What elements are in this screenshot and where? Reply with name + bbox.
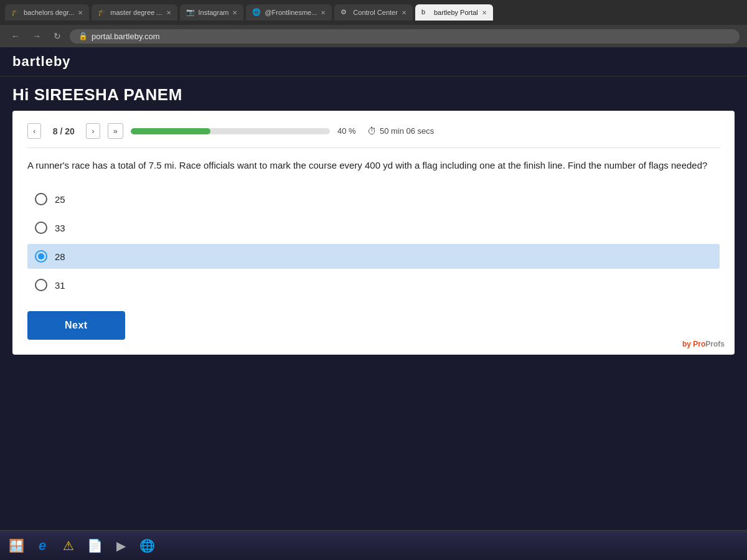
reload-button[interactable]: ↻ (50, 30, 65, 42)
branding-prefix: by (682, 340, 693, 348)
taskbar-caution-icon[interactable]: ⚠ (57, 534, 80, 557)
tab-favicon: b (421, 8, 430, 17)
user-banner: Hi SIREESHA PANEM (0, 77, 747, 111)
tab-control-center[interactable]: ⚙ Control Center ✕ (334, 4, 413, 21)
greeting-text: Hi SIREESHA PANEM (12, 85, 735, 105)
tab-close-icon[interactable]: ✕ (232, 9, 237, 16)
radio-3[interactable] (35, 250, 47, 263)
tab-close-icon[interactable]: ✕ (402, 9, 406, 16)
address-bar-row: ← → ↻ 🔒 portal.bartleby.com (0, 25, 747, 47)
proprofs-branding: by ProProfs (682, 340, 725, 348)
question-text: A runner's race has a total of 7.5 mi. R… (27, 158, 720, 173)
site-header: bartleby (0, 47, 747, 77)
tab-close-icon[interactable]: ✕ (78, 9, 83, 16)
answer-option-2[interactable]: 33 (27, 215, 720, 240)
bartleby-logo: bartleby (12, 54, 735, 70)
answer-option-1[interactable]: 25 (27, 187, 720, 212)
forward-button[interactable]: → (29, 30, 45, 42)
tab-instagram[interactable]: 📷 Instagram ✕ (180, 4, 244, 21)
tab-close-icon[interactable]: ✕ (482, 9, 487, 16)
browser-tab-bar: 🎓 bachelors degr... ✕ 🎓 master degree ..… (0, 0, 747, 25)
taskbar-file-icon[interactable]: 📄 (83, 534, 106, 557)
taskbar: 🪟 e ⚠ 📄 ▶ 🌐 (0, 530, 747, 560)
prev-question-button[interactable]: ‹ (27, 123, 41, 139)
address-bar[interactable]: 🔒 portal.bartleby.com (70, 29, 740, 44)
proprofs-name2: Profs (705, 340, 725, 348)
tab-favicon: 📷 (186, 8, 195, 17)
proprofs-name: Pro (693, 340, 705, 348)
taskbar-start-icon[interactable]: 🪟 (5, 534, 27, 557)
progress-bar-fill (131, 128, 210, 134)
taskbar-media-icon[interactable]: ▶ (110, 534, 132, 557)
tab-master[interactable]: 🎓 master degree ... ✕ (92, 4, 177, 21)
next-question-button[interactable]: › (86, 123, 100, 139)
timer-text: 50 min 06 secs (380, 126, 434, 136)
radio-1[interactable] (35, 193, 47, 205)
last-question-button[interactable]: » (108, 123, 123, 139)
radio-2[interactable] (35, 222, 47, 234)
option-label-2: 33 (55, 223, 65, 233)
tab-frontlines[interactable]: 🌐 @Frontlinesme... ✕ (246, 4, 332, 21)
option-label-3: 28 (55, 251, 65, 262)
option-label-4: 31 (55, 280, 65, 291)
next-button[interactable]: Next (27, 311, 125, 340)
url-text: portal.bartleby.com (92, 32, 160, 41)
answer-option-3[interactable]: 28 (27, 244, 720, 269)
tab-close-icon[interactable]: ✕ (166, 9, 171, 16)
lock-icon: 🔒 (78, 32, 88, 40)
clock-icon: ⏱ (367, 126, 377, 136)
answer-option-4[interactable]: 31 (27, 273, 720, 297)
option-label-1: 25 (55, 194, 65, 205)
tab-favicon: 🎓 (11, 8, 20, 17)
question-counter: 8 / 20 (49, 126, 78, 136)
tab-favicon: 🌐 (252, 8, 261, 17)
tab-bachelors[interactable]: 🎓 bachelors degr... ✕ (5, 4, 89, 21)
taskbar-chrome-icon[interactable]: 🌐 (136, 534, 158, 557)
tab-favicon: 🎓 (98, 8, 106, 17)
radio-4[interactable] (35, 279, 47, 291)
quiz-container: ‹ 8 / 20 › » 40 % ⏱ 50 min 06 secs A run… (12, 111, 735, 355)
back-button[interactable]: ← (7, 30, 24, 42)
progress-bar-wrap (131, 128, 330, 134)
progress-row: ‹ 8 / 20 › » 40 % ⏱ 50 min 06 secs (27, 123, 720, 148)
tab-favicon: ⚙ (341, 8, 349, 17)
progress-percent: 40 % (337, 126, 360, 136)
tab-close-icon[interactable]: ✕ (321, 9, 326, 16)
timer-display: ⏱ 50 min 06 secs (367, 126, 434, 136)
taskbar-edge-icon[interactable]: e (31, 534, 54, 557)
tab-bartleby[interactable]: b bartleby Portal ✕ (415, 4, 493, 21)
